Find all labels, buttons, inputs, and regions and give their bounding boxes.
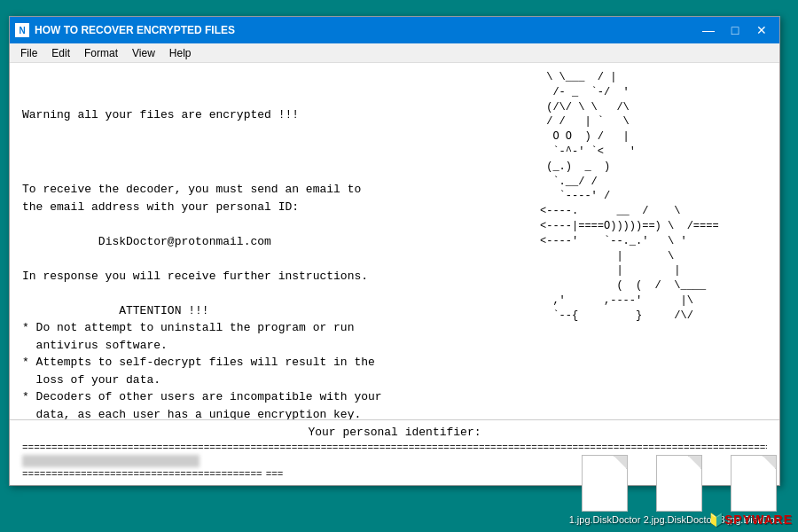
desktop: N HOW TO RECOVER ENCRYPTED FILES — □ ✕ F…: [0, 0, 798, 532]
equals-top: ========================================…: [22, 442, 767, 453]
close-button[interactable]: ✕: [749, 20, 774, 40]
equals-end: ===: [266, 469, 284, 480]
notepad-window: N HOW TO RECOVER ENCRYPTED FILES — □ ✕ F…: [9, 16, 780, 486]
menu-view[interactable]: View: [125, 45, 162, 61]
maximize-button[interactable]: □: [723, 20, 747, 40]
instruction-text: To receive the decoder, you must send an…: [22, 164, 519, 420]
title-bar-left: N HOW TO RECOVER ENCRYPTED FILES: [15, 23, 235, 37]
text-section: Warning all your files are encrypted !!!…: [10, 63, 531, 419]
file-icon-img-1: [582, 455, 628, 512]
ascii-art: \ \___ / | /- _ `-/ ' (/\/ \ \ /\ / / | …: [531, 63, 779, 419]
notepad-icon: N: [15, 23, 29, 37]
menu-file[interactable]: File: [13, 45, 44, 61]
file-icon-label-1: 1.jpg.DiskDoctor: [569, 514, 641, 525]
title-bar: N HOW TO RECOVER ENCRYPTED FILES — □ ✕: [10, 17, 779, 43]
file-icon-label-2: 2.jpg.DiskDoctor: [644, 514, 716, 525]
title-bar-controls: — □ ✕: [696, 20, 774, 40]
personal-id-label: Your personal identifier:: [22, 426, 767, 439]
encrypted-id: [22, 455, 200, 467]
file-icon-1[interactable]: 1.jpg.DiskDoctor: [569, 455, 640, 525]
watermark: 🔰SPYWARE: [708, 512, 793, 527]
content-area: Warning all your files are encrypted !!!…: [10, 63, 779, 419]
menu-format[interactable]: Format: [77, 45, 125, 61]
watermark-text: 🔰: [708, 512, 724, 527]
menu-bar: File Edit Format View Help: [10, 43, 779, 63]
minimize-button[interactable]: —: [696, 20, 721, 40]
file-icon-2[interactable]: 2.jpg.DiskDoctor: [644, 455, 715, 525]
file-icon-img-3: [731, 455, 777, 512]
warning-text: Warning all your files are encrypted !!!: [22, 106, 519, 124]
menu-edit[interactable]: Edit: [44, 45, 77, 61]
watermark-label: SPYWARE: [724, 512, 793, 527]
menu-help[interactable]: Help: [162, 45, 199, 61]
window-title: HOW TO RECOVER ENCRYPTED FILES: [35, 24, 235, 36]
equals-bottom: ========================================…: [22, 469, 262, 480]
file-icon-img-2: [656, 455, 702, 512]
